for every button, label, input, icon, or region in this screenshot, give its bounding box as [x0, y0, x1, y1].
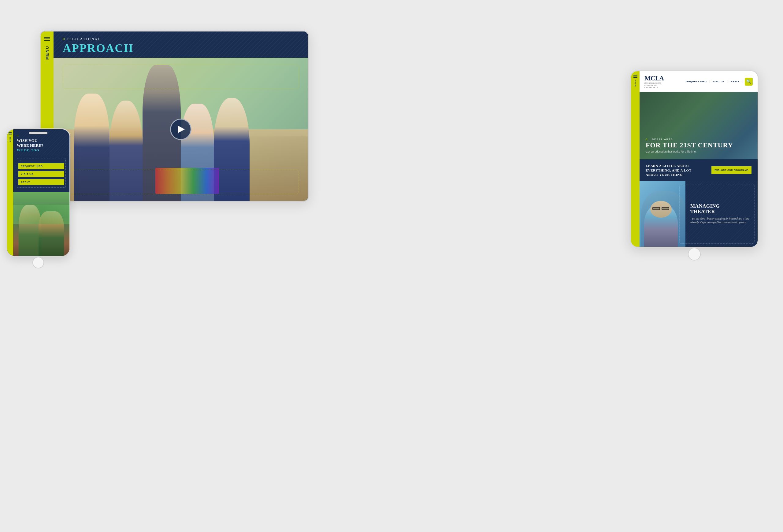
tablet-hero: LIBERAL ARTS FOR THE 21ST CENTURY Get an…: [639, 92, 758, 159]
phone-menu-line-3: [8, 135, 11, 135]
tablet-hero-content: LIBERAL ARTS FOR THE 21ST CENTURY Get an…: [646, 138, 751, 153]
tablet-menu-label: MENU: [634, 79, 636, 87]
tablet-section2-title: MANAGING THEATER: [690, 203, 753, 214]
phone-frame: MENU WISH YOU WERE HERE? WE DO TOO: [6, 128, 70, 257]
title-dot: [63, 38, 65, 40]
phone-main: WISH YOU WERE HERE? WE DO TOO ← REQUEST …: [13, 129, 69, 256]
tablet-device: MENU MCLA MASSACHUSETTS COLLEGE OF LIBER…: [630, 70, 758, 248]
menu-line-3: [44, 40, 50, 41]
phone-title-line3: WE DO TOO: [17, 148, 66, 152]
laptop-title: APPROACH: [63, 41, 299, 55]
visit-us-button[interactable]: VISIT US: [18, 171, 64, 177]
scene: MENU EDUCATIONAL APPROACH: [0, 0, 783, 532]
tablet-main: MCLA MASSACHUSETTS COLLEGE OF LIBERAL AR…: [639, 71, 758, 247]
crowd-simulation: [13, 192, 69, 256]
dotted-overlay-2: [63, 170, 299, 194]
tablet-search-button[interactable]: 🔍: [745, 78, 753, 86]
phone-notch: [29, 132, 48, 134]
menu-line-1: [44, 37, 50, 38]
laptop-header: EDUCATIONAL APPROACH: [54, 32, 308, 58]
apply-button[interactable]: APPLY: [18, 179, 64, 185]
tablet-section1: LEARN A LITTLE ABOUT EVERYTHING, AND A L…: [639, 159, 758, 181]
tablet-hero-description: Get an education that works for a lifeti…: [646, 150, 751, 153]
search-icon: 🔍: [746, 79, 751, 84]
tablet-hero-title1: FOR THE 21ST CENTURY: [646, 141, 751, 149]
phone-screen: MENU WISH YOU WERE HERE? WE DO TOO: [7, 129, 69, 256]
explore-programs-button[interactable]: EXPLORE OUR PROGRAMS: [712, 166, 751, 174]
laptop-frame: MENU EDUCATIONAL APPROACH: [40, 31, 309, 202]
tablet-section1-text: LEARN A LITTLE ABOUT EVERYTHING, AND A L…: [646, 164, 695, 177]
menu-line-2: [44, 38, 50, 39]
tablet-section2-quote: " By the time I began applying for inter…: [690, 217, 753, 225]
tablet-screen: MENU MCLA MASSACHUSETTS COLLEGE OF LIBER…: [631, 71, 758, 247]
phone-home-button[interactable]: [32, 257, 44, 268]
laptop-screen: MENU EDUCATIONAL APPROACH: [41, 32, 308, 201]
laptop-subtitle: EDUCATIONAL: [63, 37, 299, 41]
tablet-menu-line-1: [633, 75, 637, 75]
tablet-menu-line-3: [633, 77, 637, 78]
tablet-menu-line-2: [633, 76, 637, 77]
laptop-main: EDUCATIONAL APPROACH: [54, 32, 308, 201]
laptop-menu-icon: [44, 37, 50, 41]
phone-device: MENU WISH YOU WERE HERE? WE DO TOO: [6, 128, 70, 257]
tablet-logo-subtitle: MASSACHUSETTS COLLEGE OF LIBERAL ARTS: [645, 82, 663, 89]
tablet-nav-apply[interactable]: APPLY: [728, 80, 743, 83]
phone-dotted-container: ← REQUEST INFO VISIT US APPLY: [17, 158, 66, 188]
tablet-menu-icon: [633, 75, 637, 78]
laptop-video-area: [54, 58, 308, 201]
tablet-sidebar: MENU: [631, 71, 639, 247]
tablet-section2: MANAGING THEATER " By the time I began a…: [639, 181, 758, 247]
phone-title-line1: WISH YOU: [17, 138, 66, 143]
tablet-home-button[interactable]: [688, 248, 701, 261]
phone-bottom-image: [13, 192, 69, 256]
phone-sidebar: MENU: [7, 129, 13, 256]
phone-title-line2: WERE HERE?: [17, 143, 66, 148]
request-info-button[interactable]: REQUEST INFO: [18, 163, 64, 169]
phone-menu-label: MENU: [9, 136, 11, 142]
tablet-nav-links: REQUEST INFO VISIT US APPLY 🔍: [683, 78, 753, 86]
play-icon: [178, 126, 185, 133]
play-button[interactable]: [170, 119, 191, 140]
laptop-menu-label[interactable]: MENU: [45, 45, 50, 60]
tablet-logo: MCLA MASSACHUSETTS COLLEGE OF LIBERAL AR…: [645, 74, 664, 89]
tablet-nav-visit-us[interactable]: VISIT US: [710, 80, 728, 83]
laptop-device: MENU EDUCATIONAL APPROACH: [40, 31, 321, 220]
dotted-overlay: [63, 65, 299, 89]
tablet-section2-photo: [639, 181, 685, 247]
tablet-logo-text: MCLA: [645, 74, 664, 82]
phone-cta-area: ← REQUEST INFO VISIT US APPLY: [13, 156, 69, 192]
tablet-frame: MENU MCLA MASSACHUSETTS COLLEGE OF LIBER…: [630, 70, 758, 248]
phone-dot: [17, 135, 18, 136]
tablet-hero-dot: [646, 138, 647, 140]
tablet-hero-subtitle: LIBERAL ARTS: [646, 138, 751, 141]
phone-menu-line-1: [8, 132, 11, 133]
phone-menu-icon: [8, 132, 11, 135]
tablet-nav-request-info[interactable]: REQUEST INFO: [683, 80, 710, 83]
tablet-nav: MCLA MASSACHUSETTS COLLEGE OF LIBERAL AR…: [639, 71, 758, 92]
phone-menu-line-2: [8, 134, 11, 134]
tablet-section2-content: MANAGING THEATER " By the time I began a…: [685, 181, 758, 247]
